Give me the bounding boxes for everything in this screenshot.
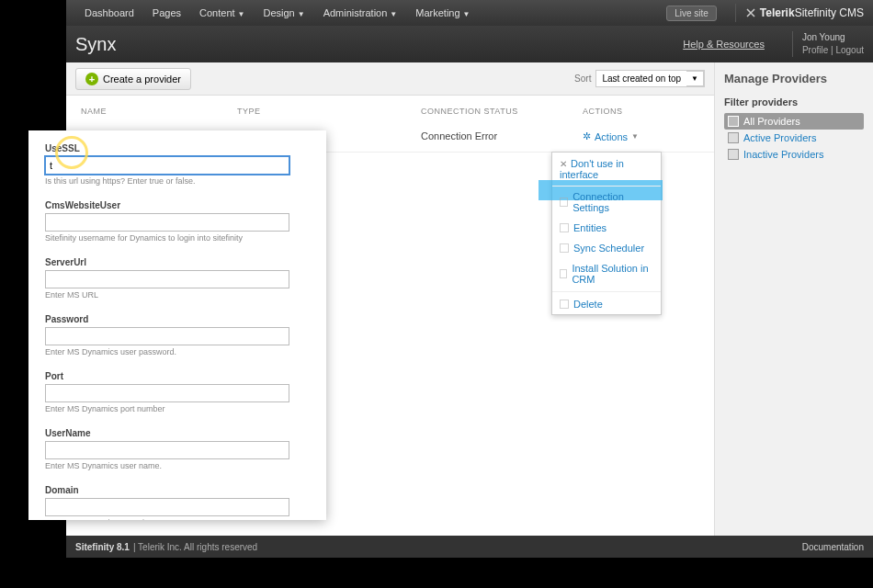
- cmswebsiteuser-input[interactable]: [45, 213, 289, 232]
- field-username: UserName Enter MS Dynamics user name.: [45, 428, 310, 470]
- field-port: Port Enter MS Dynamics port number: [45, 371, 310, 413]
- serverurl-input[interactable]: [45, 270, 289, 288]
- nav-content[interactable]: Content▼: [190, 7, 254, 18]
- field-label: UserName: [45, 428, 310, 438]
- menu-sync-scheduler[interactable]: Sync Scheduler: [552, 238, 661, 258]
- provider-icon: [728, 116, 739, 127]
- field-label: Port: [45, 371, 310, 381]
- port-input[interactable]: [45, 384, 289, 402]
- nav-dashboard[interactable]: Dashboard: [75, 7, 143, 18]
- grid-header: NAME TYPE CONNECTION STATUS ACTIONS: [66, 96, 714, 121]
- menu-install-solution[interactable]: Install Solution in CRM: [552, 258, 661, 289]
- field-help: Enter MS Dynamics Domain: [45, 518, 310, 520]
- page-icon: [560, 198, 568, 207]
- field-label: CmsWebsiteUser: [45, 200, 310, 210]
- caret-down-icon: ▼: [238, 10, 245, 18]
- field-label: UseSSL: [45, 143, 310, 153]
- provider-icon: [728, 149, 739, 160]
- field-usessl: UseSSL Is this url using https? Enter tr…: [45, 143, 310, 186]
- field-help: Enter MS Dynamics port number: [45, 404, 310, 413]
- field-password: Password Enter MS Dynamics user password…: [45, 314, 310, 356]
- col-header-actions: ACTIONS: [583, 107, 693, 116]
- filter-active-providers[interactable]: Active Providers: [724, 130, 864, 146]
- caret-down-icon: ▼: [686, 71, 704, 86]
- logout-link[interactable]: Logout: [835, 45, 864, 55]
- col-header-connection: CONNECTION STATUS: [421, 107, 583, 116]
- field-help: Enter MS Dynamics user name.: [45, 461, 310, 470]
- nav-marketing[interactable]: Marketing▼: [406, 7, 479, 18]
- title-bar: Synx Help & Resources Jon Young Profile …: [66, 26, 873, 62]
- field-serverurl: ServerUrl Enter MS URL: [45, 257, 310, 300]
- caret-down-icon: ▼: [298, 10, 305, 18]
- page-icon: [560, 223, 569, 232]
- field-help: Enter MS URL: [45, 290, 310, 300]
- field-domain: Domain Enter MS Dynamics Domain: [45, 485, 310, 520]
- page-icon: [560, 269, 567, 278]
- nav-administration[interactable]: Administration▼: [314, 7, 407, 18]
- page-title: Synx: [75, 34, 683, 55]
- sidebar-title: Manage Providers: [724, 72, 864, 85]
- field-label: ServerUrl: [45, 257, 310, 267]
- filter-inactive-providers[interactable]: Inactive Providers: [724, 146, 864, 163]
- provider-icon: [728, 132, 739, 143]
- domain-input[interactable]: [45, 498, 289, 516]
- nav-pages[interactable]: Pages: [143, 7, 190, 18]
- help-link[interactable]: Help & Resources: [683, 39, 765, 50]
- create-provider-button[interactable]: + Create a provider: [75, 68, 191, 90]
- field-cmswebsiteuser: CmsWebsiteUser Sitefinity username for D…: [45, 200, 310, 243]
- field-label: Password: [45, 314, 310, 324]
- page-icon: [560, 243, 569, 253]
- settings-form-panel: UseSSL Is this url using https? Enter tr…: [28, 130, 326, 520]
- close-icon: ✕: [560, 159, 567, 169]
- username-input[interactable]: [45, 441, 289, 459]
- menu-dont-use[interactable]: ✕Don't use in interface: [552, 153, 661, 187]
- password-input[interactable]: [45, 327, 289, 345]
- profile-link[interactable]: Profile: [802, 45, 828, 55]
- live-site-button[interactable]: Live site: [666, 6, 717, 21]
- brand-logo: TelerikSitefinity CMS: [745, 6, 864, 19]
- caret-down-icon: ▼: [463, 10, 471, 18]
- nav-design[interactable]: Design▼: [254, 7, 313, 18]
- top-nav: Dashboard Pages Content▼ Design▼ Adminis…: [66, 0, 873, 26]
- menu-connection-settings[interactable]: Connection Settings: [552, 187, 661, 218]
- filter-all-providers[interactable]: All Providers: [724, 113, 864, 130]
- footer-version: Sitefinity 8.1: [75, 542, 130, 552]
- caret-down-icon: ▼: [390, 10, 397, 18]
- col-header-type: TYPE: [237, 107, 421, 116]
- footer-copy: | Telerik Inc. All rights reserved: [133, 542, 257, 552]
- field-help: Enter MS Dynamics user password.: [45, 347, 310, 356]
- col-header-name: NAME: [81, 107, 237, 116]
- documentation-link[interactable]: Documentation: [802, 542, 864, 552]
- actions-dropdown[interactable]: ✲ Actions ▼: [583, 130, 639, 142]
- gear-icon: ✲: [583, 130, 591, 142]
- field-help: Is this url using https? Enter true or f…: [45, 176, 310, 186]
- cell-connection: Connection Error: [421, 130, 583, 142]
- actions-menu: ✕Don't use in interface Connection Setti…: [551, 152, 662, 315]
- toolbar: + Create a provider Sort Last created on…: [66, 62, 714, 96]
- trash-icon: [560, 300, 569, 309]
- user-name: Jon Young: [802, 31, 864, 44]
- menu-entities[interactable]: Entities: [552, 218, 661, 238]
- caret-down-icon: ▼: [631, 132, 639, 141]
- filter-header: Filter providers: [724, 96, 864, 107]
- sidebar: Manage Providers Filter providers All Pr…: [715, 62, 873, 551]
- field-help: Sitefinity username for Dynamics to logi…: [45, 233, 310, 243]
- telerik-icon: [745, 7, 756, 18]
- sort-dropdown[interactable]: Last created on top ▼: [595, 70, 705, 87]
- sort-label: Sort: [574, 74, 591, 84]
- usessl-input[interactable]: [45, 156, 289, 175]
- footer: Sitefinity 8.1 | Telerik Inc. All rights…: [66, 536, 873, 558]
- field-label: Domain: [45, 485, 310, 495]
- plus-icon: +: [85, 73, 98, 85]
- menu-delete[interactable]: Delete: [552, 294, 661, 314]
- user-box: Jon Young Profile | Logout: [802, 31, 864, 57]
